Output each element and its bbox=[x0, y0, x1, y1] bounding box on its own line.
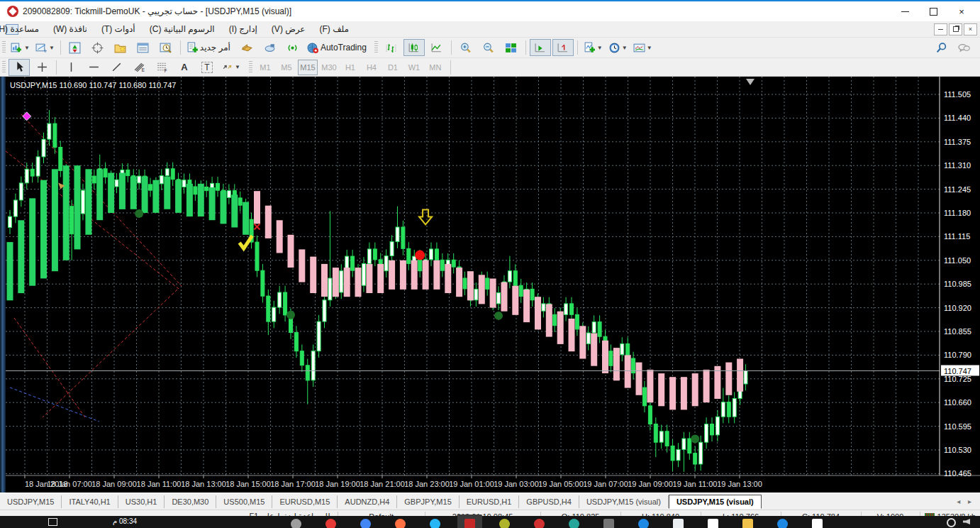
channel-tool-button[interactable]: E bbox=[128, 59, 150, 76]
new-chart-button[interactable]: ▼ bbox=[9, 39, 32, 56]
crosshair-tool-button[interactable] bbox=[31, 59, 52, 76]
chat-button[interactable] bbox=[953, 39, 974, 56]
taskbar-app-icon-5[interactable] bbox=[464, 519, 475, 528]
taskbar-app-icon-0[interactable] bbox=[291, 519, 301, 528]
taskbar-app-icon-6[interactable] bbox=[499, 519, 510, 528]
text-label-tool-button[interactable]: T bbox=[196, 59, 218, 76]
chart-tab-6[interactable]: AUDNZD,H4 bbox=[338, 495, 397, 508]
text-a-icon: A bbox=[181, 62, 187, 72]
arrows-tool-button[interactable]: ▼ bbox=[219, 59, 243, 76]
taskbar-search-icon[interactable] bbox=[947, 518, 956, 527]
chart-tab-10[interactable]: USDJPY,M15 (visual) bbox=[579, 495, 669, 508]
toolbar-grip[interactable] bbox=[2, 61, 6, 74]
timeframe-d1[interactable]: D1 bbox=[383, 60, 403, 75]
chart-tab-9[interactable]: GBPUSD,H4 bbox=[519, 495, 579, 508]
chart-shift-button[interactable] bbox=[552, 39, 574, 56]
chart-tab-3[interactable]: DE30,M30 bbox=[165, 495, 216, 508]
templates-button[interactable]: ▼ bbox=[631, 39, 655, 56]
taskbar-clock[interactable]: 08:34 م bbox=[113, 517, 137, 525]
indicators-button[interactable]: ▼ bbox=[581, 39, 605, 56]
mql5-community-button[interactable] bbox=[260, 39, 281, 56]
data-window-button[interactable] bbox=[87, 39, 108, 56]
chart-restore-button[interactable] bbox=[949, 23, 962, 35]
chart-minimize-button[interactable] bbox=[934, 23, 947, 35]
menu-item-5[interactable]: نافذة (W) bbox=[46, 23, 94, 35]
profiles-button[interactable]: ▼ bbox=[33, 39, 57, 56]
menu-item-2[interactable]: إدارج (I) bbox=[222, 23, 265, 35]
zoom-out-button[interactable] bbox=[478, 39, 499, 56]
price-tick-label: 110.465 bbox=[944, 469, 971, 478]
chart-tab-5[interactable]: EURUSD,M15 bbox=[272, 495, 338, 508]
taskbar-app-icon-7[interactable] bbox=[534, 519, 545, 528]
autotrading-button[interactable]: AutoTrading bbox=[305, 39, 372, 56]
chart-tab-0[interactable]: USDJPY,M15 bbox=[0, 495, 62, 508]
price-tick-label: 110.595 bbox=[944, 422, 971, 431]
metaeditor-button[interactable] bbox=[237, 39, 258, 56]
taskbar-app-icon-13[interactable] bbox=[742, 519, 753, 528]
tab-scroll-arrows[interactable]: ◂ ▸ bbox=[957, 497, 980, 505]
taskbar-app-icon-3[interactable] bbox=[395, 519, 406, 528]
tile-windows-button[interactable] bbox=[501, 39, 522, 56]
close-button[interactable]: × bbox=[947, 3, 976, 20]
chart-tab-8[interactable]: EURUSD,H1 bbox=[460, 495, 520, 508]
taskbar-app-icon-15[interactable] bbox=[812, 519, 823, 528]
chart-tab-4[interactable]: US500,M15 bbox=[216, 495, 272, 508]
taskbar-app-icon-11[interactable] bbox=[673, 519, 684, 528]
chart-tab-11[interactable]: USDJPY,M15 (visual) bbox=[669, 495, 762, 509]
taskbar-app-icon-2[interactable] bbox=[360, 519, 371, 528]
strategy-tester-button[interactable] bbox=[155, 39, 177, 56]
new-order-button[interactable]: أمر جديد bbox=[184, 39, 235, 56]
horizontal-line-tool-button[interactable] bbox=[83, 59, 104, 76]
timeframe-mn[interactable]: MN bbox=[425, 60, 445, 75]
auto-scroll-button[interactable] bbox=[530, 39, 551, 56]
zoom-in-button[interactable] bbox=[455, 39, 477, 56]
taskbar-app-icon-1[interactable] bbox=[325, 519, 336, 528]
terminal-button[interactable] bbox=[133, 39, 154, 56]
timeframe-m1[interactable]: M1 bbox=[255, 60, 275, 75]
navigator-button[interactable] bbox=[110, 39, 131, 56]
timeframe-m15[interactable]: M15 bbox=[298, 60, 318, 75]
menu-item-6[interactable]: مساعدة (H) bbox=[0, 23, 46, 35]
market-watch-button[interactable] bbox=[65, 39, 86, 56]
restore-icon bbox=[953, 26, 959, 32]
menu-item-0[interactable]: ملف (F) bbox=[313, 23, 357, 35]
chart-close-button[interactable]: × bbox=[964, 23, 977, 35]
vertical-line-tool-button[interactable] bbox=[60, 59, 82, 76]
toolbar-grip[interactable] bbox=[2, 41, 6, 54]
fibonacci-tool-button[interactable]: F bbox=[151, 59, 172, 76]
taskbar-app-icon-12[interactable] bbox=[708, 519, 718, 528]
timeframe-h1[interactable]: H1 bbox=[340, 60, 360, 75]
trendline-tool-button[interactable] bbox=[106, 59, 127, 76]
timeframe-w1[interactable]: W1 bbox=[404, 60, 424, 75]
taskbar-app-icon-8[interactable] bbox=[569, 519, 579, 528]
search-button[interactable] bbox=[930, 39, 952, 56]
chart-tab-1[interactable]: ITALY40,H1 bbox=[62, 495, 118, 508]
menu-item-1[interactable]: عرض (V) bbox=[265, 23, 313, 35]
timeframe-m5[interactable]: M5 bbox=[277, 60, 296, 75]
periods-button[interactable]: ▼ bbox=[606, 39, 630, 56]
taskbar-app-icon-10[interactable] bbox=[638, 519, 649, 528]
cursor-tool-button[interactable] bbox=[9, 59, 30, 76]
bar-chart-button[interactable] bbox=[381, 39, 402, 56]
menu-item-4[interactable]: أدوات (T) bbox=[94, 23, 143, 35]
signals-button[interactable] bbox=[282, 39, 304, 56]
text-tool-button[interactable]: A bbox=[174, 59, 195, 76]
maximize-button[interactable] bbox=[919, 3, 947, 20]
toolbar-grip[interactable] bbox=[374, 41, 378, 54]
taskbar-app-icon-4[interactable] bbox=[430, 519, 440, 528]
taskbar-app-icon-9[interactable] bbox=[603, 519, 614, 528]
timeframe-m30[interactable]: M30 bbox=[319, 60, 339, 75]
candlestick-chart-button[interactable] bbox=[403, 39, 425, 56]
speaker-icon[interactable] bbox=[963, 519, 970, 524]
touch-keyboard-icon[interactable] bbox=[48, 518, 57, 526]
taskbar-app-icon-14[interactable] bbox=[777, 519, 788, 528]
ribbon-bar bbox=[96, 169, 103, 220]
menu-item-3[interactable]: الرسوم البيانية (C) bbox=[143, 23, 222, 35]
line-chart-button[interactable] bbox=[426, 39, 447, 56]
chart-tab-2[interactable]: US30,H1 bbox=[118, 495, 165, 508]
price-chart[interactable]: 111.505111.440111.375111.310111.245111.1… bbox=[0, 77, 980, 493]
minimize-button[interactable] bbox=[891, 3, 919, 20]
timeframe-h4[interactable]: H4 bbox=[362, 60, 382, 75]
chart-tab-7[interactable]: GBPJPY,M15 bbox=[397, 495, 459, 508]
toolbar-grip[interactable] bbox=[249, 61, 252, 74]
